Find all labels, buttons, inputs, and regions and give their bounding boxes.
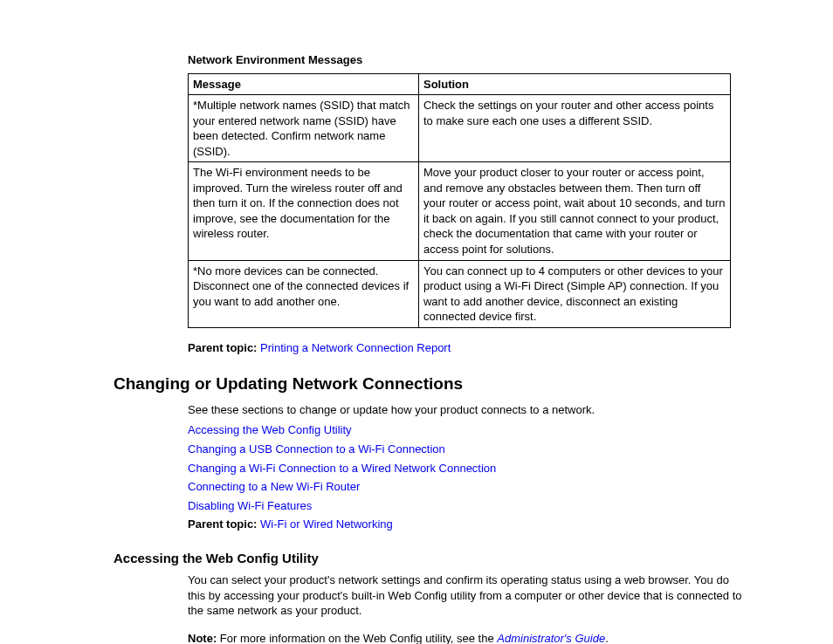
parent-topic-link[interactable]: Printing a Network Connection Report xyxy=(260,341,451,354)
note-link[interactable]: Administrator's Guide xyxy=(497,632,605,644)
network-messages-table: Message Solution *Multiple network names… xyxy=(188,73,731,328)
parent-topic-label: Parent topic: xyxy=(188,341,257,354)
table-title: Network Environment Messages xyxy=(188,52,746,68)
section-heading: Changing or Updating Network Connections xyxy=(114,373,746,395)
cell-solution: Move your product closer to your router … xyxy=(418,162,730,260)
link-item[interactable]: Disabling Wi-Fi Features xyxy=(188,499,312,512)
link-item[interactable]: Changing a Wi-Fi Connection to a Wired N… xyxy=(188,462,496,475)
header-solution: Solution xyxy=(418,73,730,95)
sub-body-text: You can select your product's network se… xyxy=(188,572,746,619)
parent-topic: Parent topic: Wi-Fi or Wired Networking xyxy=(188,517,746,532)
cell-message: *No more devices can be connected. Disco… xyxy=(189,260,419,327)
intro-text: See these sections to change or update h… xyxy=(188,402,746,418)
cell-solution: You can connect up to 4 computers or oth… xyxy=(418,260,730,327)
parent-topic-link[interactable]: Wi-Fi or Wired Networking xyxy=(260,517,393,531)
link-list: Accessing the Web Config Utility Changin… xyxy=(188,422,746,513)
note: Note: For more information on the Web Co… xyxy=(188,631,746,644)
table-row: *Multiple network names (SSID) that matc… xyxy=(189,95,731,162)
note-text: For more information on the Web Config u… xyxy=(217,632,497,644)
note-tail: . xyxy=(605,632,609,644)
link-item[interactable]: Connecting to a New Wi-Fi Router xyxy=(188,480,360,493)
table-row: The Wi-Fi environment needs to be improv… xyxy=(189,162,731,260)
table-row: *No more devices can be connected. Disco… xyxy=(189,260,731,327)
parent-topic: Parent topic: Printing a Network Connect… xyxy=(188,340,746,356)
sub-heading: Accessing the Web Config Utility xyxy=(114,550,746,567)
link-item[interactable]: Accessing the Web Config Utility xyxy=(188,423,352,436)
cell-message: The Wi-Fi environment needs to be improv… xyxy=(189,162,419,260)
cell-message: *Multiple network names (SSID) that matc… xyxy=(189,95,419,162)
parent-topic-label: Parent topic: xyxy=(188,517,257,531)
cell-solution: Check the settings on your router and ot… xyxy=(418,95,730,162)
header-message: Message xyxy=(189,73,419,95)
link-item[interactable]: Changing a USB Connection to a Wi-Fi Con… xyxy=(188,442,445,456)
note-label: Note: xyxy=(188,632,217,644)
